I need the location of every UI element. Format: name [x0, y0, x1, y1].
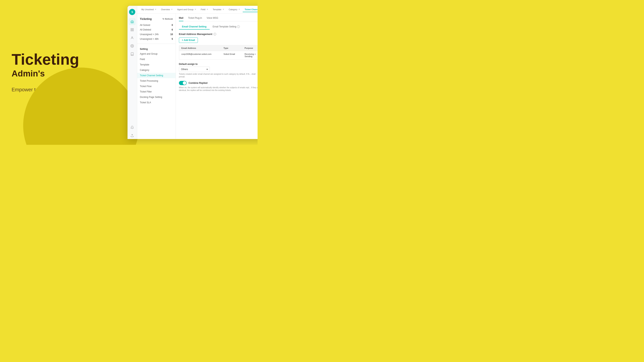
- combine-replied-label: Combine Replied: [188, 82, 208, 84]
- email-cell: corp1508@customer.sobot.com: [179, 51, 221, 59]
- tab-field[interactable]: Field ✕: [199, 7, 210, 12]
- purpose-col-header: Purpose: [242, 45, 258, 51]
- sidebar-icon-user[interactable]: [129, 34, 136, 41]
- section-tab-email-template[interactable]: Email Template Setting i: [210, 24, 243, 29]
- tab-close-icon[interactable]: ✕: [155, 8, 156, 10]
- email-col-header: Email Address: [179, 45, 221, 51]
- nav-item-category[interactable]: Category: [137, 67, 176, 73]
- tab-close-icon[interactable]: ✕: [194, 8, 196, 10]
- email-table: Email Address Type Purpose corp1508@cust…: [179, 45, 258, 60]
- left-panel: Ticketing Admin's Empower teams with str…: [0, 0, 124, 145]
- toggle-section: Combine Replied When on, the system will…: [179, 81, 258, 92]
- info-icon: i: [237, 25, 240, 28]
- nav-item-ticket-filter[interactable]: Ticket Filter: [137, 89, 176, 94]
- app-window: S: [128, 6, 258, 139]
- table-row: corp1508@customer.sobot.com Sobot Email …: [179, 51, 258, 59]
- stat-all-solved: All Solved 0: [137, 23, 176, 27]
- nav-item-docking-page[interactable]: Docking Page Setting: [137, 94, 176, 100]
- sidebar-icon-bell[interactable]: [129, 124, 136, 131]
- combine-replied-toggle[interactable]: [179, 81, 187, 85]
- sidebar-icons: S: [128, 6, 137, 139]
- tab-my-unsolved[interactable]: My Unsolved ✕: [140, 7, 158, 12]
- nav-item-agent-group[interactable]: Agent and Group: [137, 51, 176, 56]
- assign-select[interactable]: Others ▾: [179, 67, 210, 72]
- toggle-row: Combine Replied: [179, 81, 258, 85]
- svg-point-4: [132, 37, 133, 38]
- sub-nav-mail[interactable]: Mail: [179, 16, 183, 21]
- nav-header: Ticketing ↻ Refresh: [137, 16, 176, 22]
- svg-rect-2: [131, 30, 132, 31]
- nav-item-field[interactable]: Field: [137, 56, 176, 62]
- tab-close-icon[interactable]: ✕: [222, 8, 224, 10]
- refresh-button[interactable]: ↻ Refresh: [162, 18, 173, 20]
- avatar[interactable]: S: [129, 9, 135, 15]
- svg-rect-1: [132, 28, 134, 29]
- nav-item-template[interactable]: Template: [137, 62, 176, 67]
- main-panel: Mail Ticket Plug-in Voice MSG Email Chan…: [176, 13, 258, 139]
- bg-decoration: [23, 67, 139, 145]
- right-panel: S: [124, 0, 258, 145]
- tab-ticket-channel-setting[interactable]: Ticket Channel Setting ✕: [243, 7, 258, 12]
- type-cell: Sobot Email: [221, 51, 242, 59]
- tab-template[interactable]: Template ✕: [211, 7, 226, 12]
- email-info-icon: i: [214, 33, 216, 35]
- combine-replied-desc: When on, the system will automatically i…: [179, 86, 258, 92]
- stat-unassigned-24h: Unassigned > 24h 10: [137, 32, 176, 37]
- nav-title: Ticketing: [140, 17, 152, 20]
- sub-nav-voice-msg[interactable]: Voice MSG: [206, 16, 218, 21]
- main-title: Ticketing: [12, 52, 112, 67]
- svg-point-5: [132, 45, 133, 46]
- stat-unassigned-48h: Unassigned > 48h 5: [137, 37, 176, 41]
- sidebar-icon-settings[interactable]: [129, 42, 136, 49]
- tab-agent-group[interactable]: Agent and Group ✕: [175, 7, 198, 12]
- nav-item-ticket-processing[interactable]: Ticket Processing: [137, 78, 176, 84]
- svg-rect-0: [131, 28, 132, 29]
- assign-label: Default assign to: [179, 63, 258, 65]
- email-management-title: Email Address Management i: [179, 33, 258, 35]
- tab-close-icon[interactable]: ✕: [238, 8, 240, 10]
- nav-stats: All Solved 0 All Deleted 6 Unassigned > …: [137, 22, 176, 42]
- tab-close-icon[interactable]: ✕: [171, 8, 172, 10]
- chevron-down-icon: ▾: [206, 68, 208, 71]
- nav-section-title: Setting: [137, 45, 176, 51]
- section-tab-email-channel[interactable]: Email Channel Setting: [179, 24, 210, 29]
- content-area: Ticketing ↻ Refresh All Solved 0 All Del…: [137, 13, 258, 139]
- stat-all-deleted: All Deleted 6: [137, 27, 176, 32]
- assign-section: Default assign to Others ▾ Tickets creat…: [179, 63, 258, 78]
- nav-item-ticket-flow[interactable]: Ticket Flow: [137, 84, 176, 89]
- sub-nav: Mail Ticket Plug-in Voice MSG: [179, 16, 258, 21]
- sidebar-icon-upload[interactable]: [129, 132, 136, 139]
- svg-rect-3: [132, 30, 134, 31]
- main-content: My Unsolved ✕ Overview ✕ Agent and Group…: [137, 6, 258, 139]
- sidebar-icon-book[interactable]: [129, 50, 136, 57]
- section-tabs: Email Channel Setting Email Template Set…: [179, 24, 258, 29]
- nav-panel: Ticketing ↻ Refresh All Solved 0 All Del…: [137, 13, 176, 139]
- nav-item-ticket-sla[interactable]: Ticket SLA: [137, 100, 176, 105]
- sidebar-icon-home[interactable]: [129, 18, 136, 25]
- sub-nav-ticket-plugin[interactable]: Ticket Plug-in: [188, 16, 202, 21]
- tab-close-icon[interactable]: ✕: [206, 8, 208, 10]
- email-table-header: Email Address Type Purpose: [179, 45, 258, 51]
- purpose-cell: Receiving + Sending: [242, 51, 258, 59]
- tab-overview[interactable]: Overview ✕: [159, 7, 174, 12]
- add-email-button[interactable]: + Add Email: [179, 37, 198, 43]
- assign-desc: Tickets created under email channel are …: [179, 73, 258, 78]
- refresh-icon: ↻: [162, 18, 164, 20]
- nav-item-ticket-channel-setting[interactable]: Ticket Channel Setting: [137, 73, 176, 78]
- tab-bar: My Unsolved ✕ Overview ✕ Agent and Group…: [137, 6, 258, 13]
- sidebar-icon-grid[interactable]: [129, 26, 136, 33]
- type-col-header: Type: [221, 45, 242, 51]
- tab-category[interactable]: Category ✕: [227, 7, 242, 12]
